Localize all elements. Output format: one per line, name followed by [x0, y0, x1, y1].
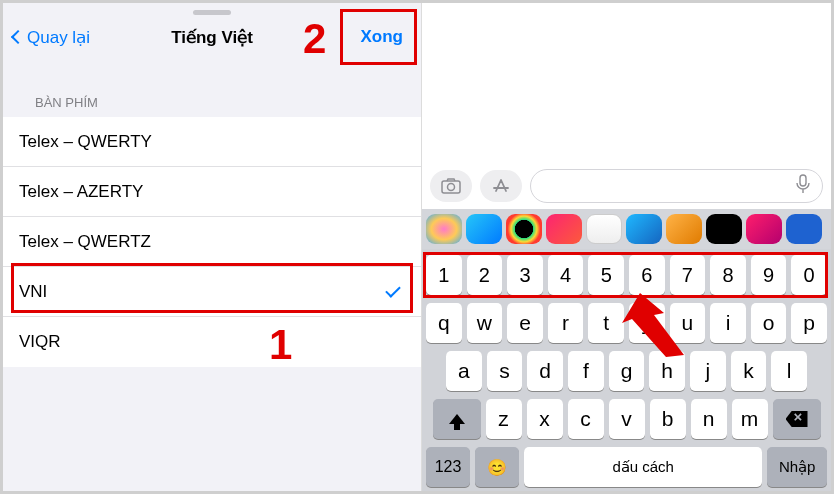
- list-item[interactable]: Telex – AZERTY: [3, 167, 421, 217]
- keyboard-row-bottom: 123 😊 dấu cách Nhập: [426, 447, 827, 487]
- app-strip-icon[interactable]: [666, 214, 702, 244]
- key-0[interactable]: 0: [791, 255, 827, 295]
- list-item-label: Telex – QWERTZ: [19, 232, 151, 252]
- list-item-label: Telex – AZERTY: [19, 182, 143, 202]
- key-v[interactable]: v: [609, 399, 645, 439]
- svg-point-1: [448, 184, 455, 191]
- key-a[interactable]: a: [446, 351, 482, 391]
- keyboard-layout-list: Telex – QWERTY Telex – AZERTY Telex – QW…: [3, 117, 421, 367]
- chat-area: [422, 3, 831, 163]
- key-s[interactable]: s: [487, 351, 523, 391]
- key-i[interactable]: i: [710, 303, 746, 343]
- key-e[interactable]: e: [507, 303, 543, 343]
- key-g[interactable]: g: [609, 351, 645, 391]
- key-7[interactable]: 7: [670, 255, 706, 295]
- appstore-icon: [492, 177, 510, 195]
- keyboard: 1 2 3 4 5 6 7 8 9 0 q w e r t y u i o: [422, 249, 831, 491]
- annotation-number-1: 1: [269, 321, 292, 369]
- key-p[interactable]: p: [791, 303, 827, 343]
- app-strip-icon[interactable]: [626, 214, 662, 244]
- key-q[interactable]: q: [426, 303, 462, 343]
- mic-icon[interactable]: [796, 174, 810, 199]
- key-o[interactable]: o: [751, 303, 787, 343]
- key-space[interactable]: dấu cách: [524, 447, 762, 487]
- list-item-label: VNI: [19, 282, 47, 302]
- list-item[interactable]: Telex – QWERTZ: [3, 217, 421, 267]
- app-strip-icon[interactable]: [466, 214, 502, 244]
- svg-rect-2: [800, 175, 806, 186]
- list-item[interactable]: VIQR: [3, 317, 421, 367]
- camera-button[interactable]: [430, 170, 472, 202]
- key-3[interactable]: 3: [507, 255, 543, 295]
- done-button[interactable]: Xong: [353, 24, 412, 50]
- checkmark-icon: [385, 283, 403, 301]
- keyboard-row-q: q w e r t y u i o p: [426, 303, 827, 343]
- key-d[interactable]: d: [527, 351, 563, 391]
- key-f[interactable]: f: [568, 351, 604, 391]
- imessage-panel: 1 2 3 4 5 6 7 8 9 0 q w e r t y u i o: [422, 3, 831, 491]
- keyboard-row-z: z x c v b n m: [426, 399, 827, 439]
- key-w[interactable]: w: [467, 303, 503, 343]
- key-9[interactable]: 9: [751, 255, 787, 295]
- app-strip-icon[interactable]: [586, 214, 622, 244]
- app-strip-icon[interactable]: [546, 214, 582, 244]
- app-strip-icon[interactable]: [506, 214, 542, 244]
- nav-bar: Quay lại Tiếng Việt Xong: [3, 15, 421, 59]
- key-h[interactable]: h: [649, 351, 685, 391]
- key-4[interactable]: 4: [548, 255, 584, 295]
- key-shift[interactable]: [433, 399, 481, 439]
- key-2[interactable]: 2: [467, 255, 503, 295]
- key-l[interactable]: l: [771, 351, 807, 391]
- key-n[interactable]: n: [691, 399, 727, 439]
- back-button[interactable]: Quay lại: [13, 27, 90, 48]
- app-strip-icon[interactable]: [706, 214, 742, 244]
- message-text-field[interactable]: [530, 169, 823, 203]
- keyboard-row-a: a s d f g h j k l: [426, 351, 827, 391]
- key-k[interactable]: k: [731, 351, 767, 391]
- key-backspace[interactable]: [773, 399, 821, 439]
- camera-icon: [441, 178, 461, 194]
- key-r[interactable]: r: [548, 303, 584, 343]
- key-j[interactable]: j: [690, 351, 726, 391]
- key-return[interactable]: Nhập: [767, 447, 827, 487]
- app-strip-icon[interactable]: [426, 214, 462, 244]
- key-c[interactable]: c: [568, 399, 604, 439]
- app-strip-icon[interactable]: [786, 214, 822, 244]
- key-b[interactable]: b: [650, 399, 686, 439]
- key-emoji[interactable]: 😊: [475, 447, 519, 487]
- key-6[interactable]: 6: [629, 255, 665, 295]
- backspace-icon: [786, 411, 808, 427]
- back-label: Quay lại: [27, 27, 90, 48]
- key-5[interactable]: 5: [588, 255, 624, 295]
- key-t[interactable]: t: [588, 303, 624, 343]
- key-1[interactable]: 1: [426, 255, 462, 295]
- key-y[interactable]: y: [629, 303, 665, 343]
- app-strip-icon[interactable]: [746, 214, 782, 244]
- key-8[interactable]: 8: [710, 255, 746, 295]
- app-strip[interactable]: [422, 209, 831, 249]
- keyboard-row-numbers: 1 2 3 4 5 6 7 8 9 0: [426, 255, 827, 295]
- annotation-number-2: 2: [303, 15, 326, 63]
- appstore-button[interactable]: [480, 170, 522, 202]
- key-m[interactable]: m: [732, 399, 768, 439]
- list-item[interactable]: Telex – QWERTY: [3, 117, 421, 167]
- list-item-label: VIQR: [19, 332, 61, 352]
- list-item-vni[interactable]: VNI: [3, 267, 421, 317]
- section-header: BÀN PHÍM: [3, 59, 421, 117]
- key-u[interactable]: u: [670, 303, 706, 343]
- keyboard-settings-panel: Quay lại Tiếng Việt Xong BÀN PHÍM Telex …: [3, 3, 421, 491]
- key-z[interactable]: z: [486, 399, 522, 439]
- shift-icon: [449, 414, 465, 424]
- chevron-left-icon: [11, 30, 25, 44]
- list-item-label: Telex – QWERTY: [19, 132, 152, 152]
- key-x[interactable]: x: [527, 399, 563, 439]
- message-input-bar: [422, 163, 831, 209]
- key-symbols[interactable]: 123: [426, 447, 470, 487]
